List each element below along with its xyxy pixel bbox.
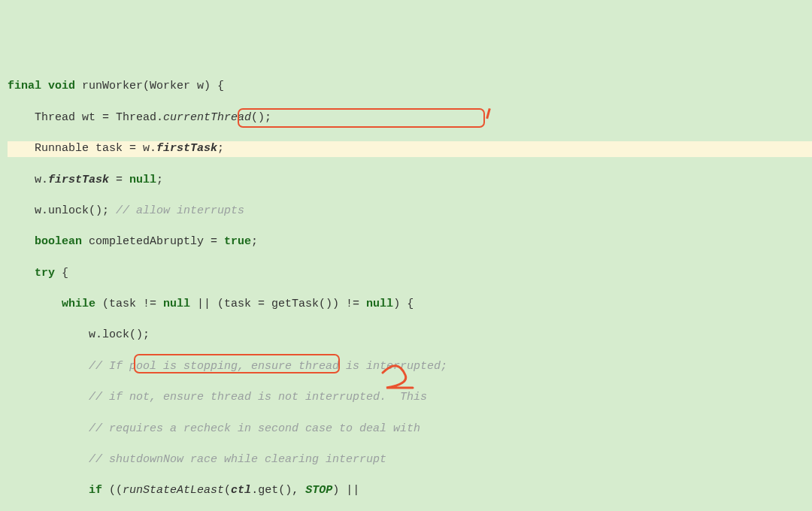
- highlighted-line: Runnable task = w.firstTask;: [8, 141, 812, 157]
- code-line: try {: [8, 266, 812, 282]
- code-line: if ((runStateAtLeast(ctl.get(), STOP) ||: [8, 483, 812, 499]
- code-block: final void runWorker(Worker w) { Thread …: [0, 62, 812, 511]
- code-line: // requires a recheck in second case to …: [8, 422, 812, 437]
- code-line: // if not, ensure thread is not interrup…: [8, 390, 812, 406]
- code-line: w.lock();: [8, 328, 812, 343]
- code-line: w.firstTask = null;: [8, 173, 812, 189]
- code-line: final void runWorker(Worker w) {: [8, 79, 812, 95]
- code-line: Thread wt = Thread.currentThread();: [8, 110, 812, 126]
- code-line: boolean completedAbruptly = true;: [8, 234, 812, 250]
- code-line: // shutdownNow race while clearing inter…: [8, 452, 812, 468]
- code-line: while (task != null || (task = getTask()…: [8, 297, 812, 313]
- code-line: w.unlock(); // allow interrupts: [8, 204, 812, 219]
- code-line: // If pool is stopping, ensure thread is…: [8, 359, 812, 375]
